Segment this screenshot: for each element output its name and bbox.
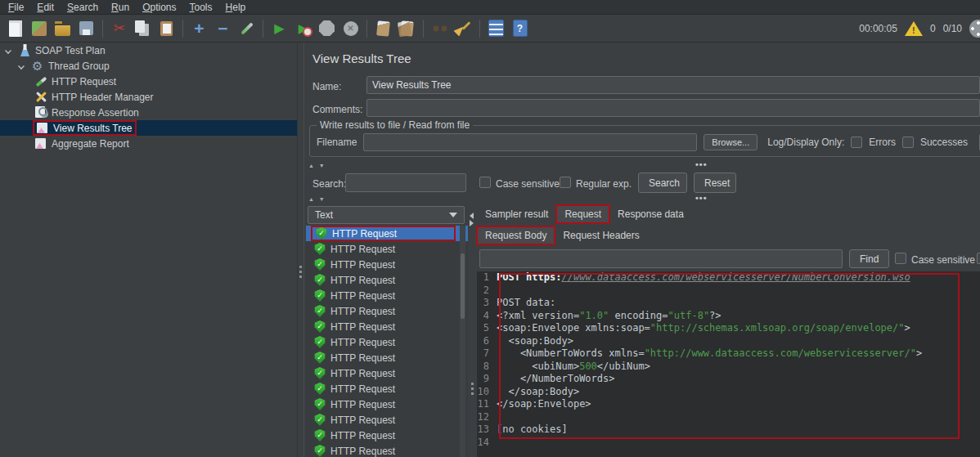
find-button[interactable]: Find [849,249,889,268]
lower-splitter[interactable]: ▲ ▼ ••• [304,195,980,204]
sample-item[interactable]: ✓HTTP Request [306,350,468,365]
errors-checkbox[interactable] [851,137,862,148]
tree-search-input[interactable] [345,173,466,192]
search-regex-checkbox[interactable] [560,177,571,188]
function-helper-icon[interactable] [486,18,506,38]
sample-item[interactable]: ✓HTTP Request [306,397,468,412]
scrollbar-thumb[interactable] [461,253,465,319]
save-icon[interactable] [76,18,97,38]
tree-item-response-assertion[interactable]: Response Assertion [0,105,298,120]
paste-icon[interactable] [156,18,177,38]
sample-list-scrollbar[interactable] [460,226,465,457]
copy-icon[interactable] [133,18,153,38]
search-button[interactable]: Search [638,172,687,193]
log-warnings-icon[interactable]: ! [905,21,923,36]
tab-response-data[interactable]: Response data [610,206,691,222]
tree-item-thread-group[interactable]: Thread Group [0,58,298,74]
upper-splitter[interactable]: ▲ ▼ ••• [304,162,980,170]
start-no-timers-icon[interactable] [293,18,313,38]
comments-input[interactable] [366,99,980,117]
sample-item[interactable]: ✓HTTP Request [306,381,468,397]
sample-item-label: HTTP Request [330,414,395,426]
line-number: 9 [477,373,497,386]
menu-edit[interactable]: Edit [30,1,61,14]
sample-item-label: HTTP Request [330,337,395,348]
line-number: 12 [477,411,497,424]
sample-item[interactable]: ✓HTTP Request [306,241,468,257]
sample-item[interactable]: ✓HTTP Request [306,272,468,288]
sample-item-label: HTTP Request [330,352,395,364]
sample-item[interactable]: ✓HTTP Request [306,257,468,272]
line-number: 4 [477,310,497,323]
request-tabs: Request BodyRequest Headers [478,227,647,244]
search-reset-icon[interactable] [453,18,474,38]
stop-icon[interactable] [317,18,337,38]
start-icon[interactable] [269,18,290,38]
menu-file[interactable]: File [2,1,30,14]
splitter-grip-icon[interactable] [471,383,474,396]
menu-help[interactable]: Help [219,1,253,14]
code-line: 9 </NumberToWords> [477,373,980,386]
sample-item[interactable]: ✓HTTP Request [306,288,468,303]
tree-main-splitter[interactable] [297,43,304,457]
menu-run[interactable]: Run [105,1,136,14]
reset-button[interactable]: Reset [694,172,736,193]
tree-item-http-header-manager[interactable]: HTTP Header Manager [0,89,298,105]
tab-request[interactable]: Request [557,206,609,222]
tab-request-headers[interactable]: Request Headers [555,227,646,244]
tab-request-body[interactable]: Request Body [478,227,554,244]
help-icon[interactable] [510,18,530,38]
find-input[interactable] [479,249,843,268]
splitter-grip-icon[interactable] [299,266,302,279]
splitter-updown-icon[interactable]: ▲ ▼ [308,163,326,168]
new-file-icon[interactable] [5,18,25,38]
name-input[interactable] [366,76,980,94]
chevron-expanded-icon[interactable] [5,47,11,54]
toggle-icon[interactable] [236,18,257,38]
sample-item[interactable]: ✓HTTP Request [306,443,468,457]
templates-icon[interactable] [29,18,49,38]
sample-item-label: HTTP Request [330,430,395,441]
menu-tools[interactable]: Tools [183,1,219,14]
list-detail-splitter[interactable] [470,204,477,457]
request-body-viewer[interactable]: 1POST https://www.dataaccess.com/webserv… [477,271,980,457]
menu-options[interactable]: Options [136,1,182,14]
sample-item[interactable]: ✓HTTP Request [306,365,468,381]
sample-item[interactable]: ✓HTTP Request [306,334,468,350]
expand-icon[interactable] [189,18,209,38]
filename-input[interactable] [363,133,697,151]
view-mode-select[interactable]: Text [308,206,465,224]
sample-item[interactable]: ✓HTTP Request [306,226,468,241]
chevron-expanded-icon[interactable] [18,63,25,69]
splitter-collapse-icon[interactable] [470,213,474,226]
tree-item-aggregate-report[interactable]: Aggregate Report [0,136,298,151]
splitter-dots-icon[interactable]: ••• [695,159,708,169]
successes-checkbox[interactable] [902,137,914,148]
toolbar-status: 00:00:05 ! 0 0/10 [859,15,980,43]
splitter-updown-icon[interactable]: ▲ ▼ [308,196,326,202]
sample-item[interactable]: ✓HTTP Request [306,303,468,319]
shutdown-icon[interactable] [340,18,361,38]
successes-label: Successes [920,137,968,148]
tab-sampler-result[interactable]: Sampler result [478,206,555,222]
splitter-dots-icon[interactable]: ••• [695,193,708,203]
sample-item[interactable]: ✓HTTP Request [306,428,468,443]
sample-item-label: HTTP Request [330,244,395,255]
menu-search[interactable]: Search [61,1,105,14]
clear-icon[interactable] [373,18,393,38]
tree-item-soap-test-plan[interactable]: SOAP Test Plan [0,43,298,58]
line-number: 8 [477,361,497,374]
open-icon[interactable] [52,18,73,38]
collapse-icon[interactable] [213,18,233,38]
find-case-sensitive-checkbox[interactable] [895,253,906,264]
sample-item[interactable]: ✓HTTP Request [306,319,468,334]
find-regex-checkbox[interactable] [977,253,980,264]
sample-item[interactable]: ✓HTTP Request [306,412,468,428]
tree-item-view-results-tree[interactable]: View Results Tree [0,120,298,136]
search-case-sensitive-checkbox[interactable] [479,177,491,188]
search-icon[interactable] [429,18,450,38]
tree-item-http-request[interactable]: HTTP Request [0,74,298,89]
clear-all-icon[interactable] [397,18,417,38]
cut-icon[interactable] [109,18,129,38]
browse-button[interactable]: Browse... [704,134,757,150]
